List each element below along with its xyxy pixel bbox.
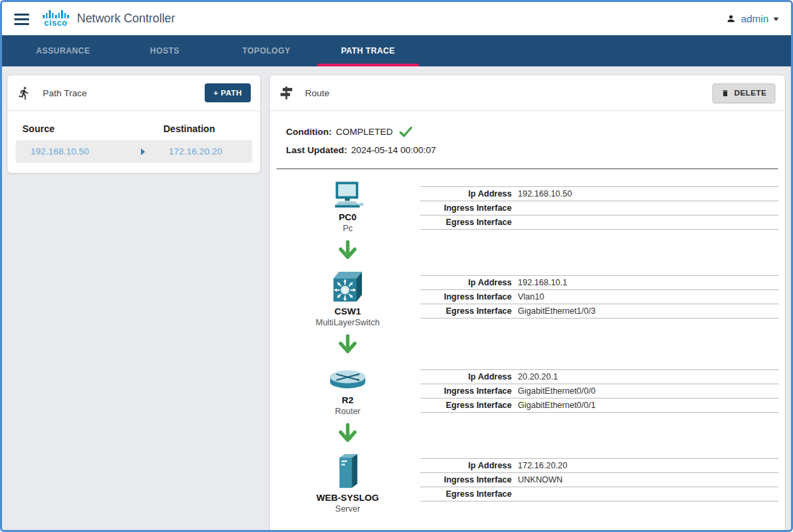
field-label: Ip Address	[420, 189, 512, 199]
cisco-logo-bars-icon	[43, 9, 69, 18]
field-label: Ip Address	[420, 278, 512, 287]
last-updated-label: Last Updated:	[286, 145, 347, 155]
node-type: MultiLayerSwitch	[316, 317, 380, 329]
last-updated-line: Last Updated: 2024-05-14 00:00:07	[286, 141, 769, 159]
running-person-icon	[17, 86, 31, 100]
ip-address-value: 192.168.10.1	[512, 278, 567, 287]
ip-address-value: 192.168.10.50	[512, 189, 572, 199]
check-icon	[399, 126, 413, 138]
ingress-value: UNKNOWN	[512, 475, 563, 485]
source-ip: 192.168.10.50	[16, 146, 129, 157]
hop-detail-table: Ip Address172.16.20.20 Ingress Interface…	[420, 458, 779, 502]
node-type: Server	[336, 504, 361, 515]
field-label: Ip Address	[420, 461, 512, 470]
path-trace-panel-header: Path Trace + PATH	[7, 75, 260, 111]
ingress-value: GigabitEthernet0/0/0	[512, 386, 596, 396]
route-title: Route	[305, 88, 329, 98]
tab-hosts[interactable]: HOSTS	[114, 35, 216, 66]
user-name: admin	[741, 13, 769, 24]
ip-address-value: 20.20.20.1	[512, 372, 558, 382]
source-column-header: Source	[22, 123, 136, 134]
field-label: Egress Interface	[420, 489, 512, 499]
hop-detail-table: Ip Address192.168.10.1 Ingress Interface…	[420, 275, 779, 319]
field-label: Egress Interface	[420, 401, 512, 410]
path-trace-row[interactable]: 192.168.10.50 172.16.20.20	[16, 140, 252, 163]
node-type: Router	[335, 406, 361, 417]
field-label: Ip Address	[420, 372, 512, 382]
field-label: Egress Interface	[420, 306, 512, 316]
node-name: CSW1	[334, 306, 361, 317]
person-icon	[726, 14, 736, 24]
path-hop-csw1: CSW1 MultiLayerSwitch Ip Address192.168.…	[270, 270, 785, 329]
multilayer-switch-icon	[330, 270, 365, 305]
path-trace-title: Path Trace	[43, 88, 87, 98]
delete-button-label: DELETE	[734, 89, 767, 97]
right-arrow-icon	[141, 148, 145, 155]
last-updated-value: 2024-05-14 00:00:07	[351, 145, 436, 155]
app-header: cisco Network Controller admin	[2, 2, 791, 35]
egress-value: GigabitEthernet1/0/3	[512, 306, 596, 316]
main-nav: ASSURANCE HOSTS TOPOLOGY PATH TRACE	[2, 35, 791, 66]
path-hop-pc0: PC0 Pc Ip Address192.168.10.50 Ingress I…	[270, 181, 785, 234]
tab-path-trace[interactable]: PATH TRACE	[317, 35, 419, 66]
router-icon	[329, 367, 367, 392]
ip-address-value: 172.16.20.20	[512, 461, 567, 470]
route-panel-header: Route DELETE	[270, 75, 785, 111]
page-title: Network Controller	[77, 12, 176, 26]
tab-assurance[interactable]: ASSURANCE	[12, 35, 114, 66]
add-path-button[interactable]: + PATH	[205, 83, 251, 102]
condition-label: Condition:	[286, 127, 331, 137]
field-label: Ingress Interface	[420, 475, 512, 485]
path-trace-column-headers: Source Destination	[16, 118, 252, 140]
signpost-icon	[279, 85, 293, 100]
server-icon	[335, 453, 361, 491]
trash-icon	[721, 89, 729, 98]
down-arrow-icon	[278, 417, 418, 453]
field-label: Ingress Interface	[420, 203, 512, 213]
tab-topology[interactable]: TOPOLOGY	[216, 35, 317, 66]
down-arrow-icon	[278, 234, 418, 270]
ingress-value: Vlan10	[512, 292, 544, 302]
node-name: WEB-SYSLOG	[317, 493, 379, 504]
path-hop-r2: R2 Router Ip Address20.20.20.1 Ingress I…	[270, 364, 785, 417]
cisco-logo-word: cisco	[44, 19, 67, 28]
user-menu[interactable]: admin	[726, 13, 779, 24]
egress-value: GigabitEthernet0/0/1	[512, 401, 596, 410]
path-trace-list: Source Destination 192.168.10.50 172.16.…	[7, 111, 260, 163]
delete-button[interactable]: DELETE	[712, 83, 775, 103]
node-name: R2	[342, 395, 353, 406]
destination-column-header: Destination	[163, 123, 245, 134]
pc-icon	[331, 181, 365, 211]
field-label: Egress Interface	[420, 218, 512, 227]
path-hop-web-syslog: WEB-SYSLOG Server Ip Address172.16.20.20…	[270, 453, 785, 515]
hop-detail-table: Ip Address192.168.10.50 Ingress Interfac…	[420, 186, 779, 230]
destination-ip: 172.16.20.20	[157, 146, 252, 157]
path-trace-panel: Path Trace + PATH Source Destination 192…	[7, 75, 261, 173]
field-label: Ingress Interface	[420, 292, 512, 302]
node-name: PC0	[339, 212, 357, 223]
condition-line: Condition: COMPLETED	[286, 123, 769, 141]
field-label: Ingress Interface	[420, 386, 512, 396]
chevron-down-icon	[773, 18, 779, 21]
hop-detail-table: Ip Address20.20.20.1 Ingress InterfaceGi…	[420, 369, 779, 413]
down-arrow-icon	[278, 329, 418, 364]
route-panel: Route DELETE Condition: COMPLETED	[269, 75, 786, 532]
route-status: Condition: COMPLETED Last Updated: 2024-…	[270, 111, 785, 159]
cisco-logo: cisco	[43, 9, 69, 28]
content-area: Path Trace + PATH Source Destination 192…	[2, 66, 791, 530]
hamburger-menu-icon[interactable]	[14, 11, 29, 28]
node-type: Pc	[343, 223, 353, 234]
path-trace-diagram: PC0 Pc Ip Address192.168.10.50 Ingress I…	[270, 169, 785, 515]
network-controller-window: cisco Network Controller admin ASSURANCE…	[0, 0, 793, 532]
condition-value: COMPLETED	[336, 127, 392, 137]
